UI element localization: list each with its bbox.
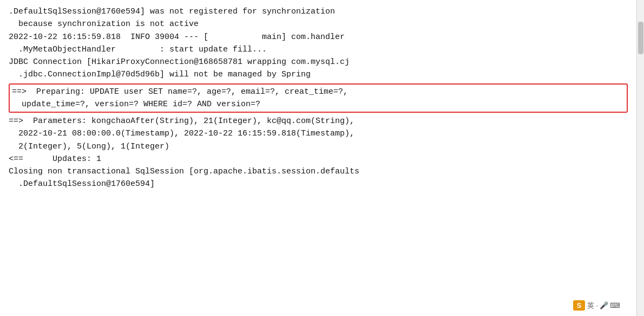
log-area: .DefaultSqlSession@1760e594] was not reg… [0,0,636,316]
log-line-6: .jdbc.ConnectionImpl@70d5d96b] will not … [9,68,628,81]
watermark-text1: 英 [587,301,594,311]
watermark-badge: S [573,300,586,311]
log-line-13: .DefaultSqlSession@1760e594] [9,178,628,190]
highlighted-sql-block: ==> Preparing: UPDATE user SET name=?, a… [9,83,628,113]
log-line-2: because synchronization is not active [9,18,628,30]
log-line-3: 2022-10-22 16:15:59.818 INFO 39004 --- [… [9,31,628,43]
watermark: S 英 · 🎤 ⌨ [573,300,620,311]
scrollbar[interactable] [636,0,644,316]
main-container: .DefaultSqlSession@1760e594] was not reg… [0,0,644,316]
log-line-7b: update_time=?, version=? WHERE id=? AND … [12,98,625,111]
log-line-1: .DefaultSqlSession@1760e594] was not reg… [9,5,628,18]
watermark-mic-icon: 🎤 [600,301,608,309]
watermark-icons: 英 · 🎤 ⌨ [587,301,620,311]
watermark-dot: · [596,301,598,309]
log-line-8: ==> Parameters: kongchaoAfter(String), 2… [9,115,628,127]
log-line-4: .MyMetaObjectHandler : start update fill… [9,43,628,56]
watermark-keyboard-icon: ⌨ [610,301,620,309]
scrollbar-thumb[interactable] [638,22,643,54]
log-line-11: <== Updates: 1 [9,153,628,165]
log-line-9: 2022-10-21 08:00:00.0(Timestamp), 2022-1… [9,127,628,140]
log-line-10: 2(Integer), 5(Long), 1(Integer) [9,140,628,153]
log-line-7a: ==> Preparing: UPDATE user SET name=?, a… [12,86,625,98]
log-line-5: JDBC Connection [HikariProxyConnection@1… [9,56,628,68]
log-line-12: Closing non transactional SqlSession [or… [9,165,628,178]
